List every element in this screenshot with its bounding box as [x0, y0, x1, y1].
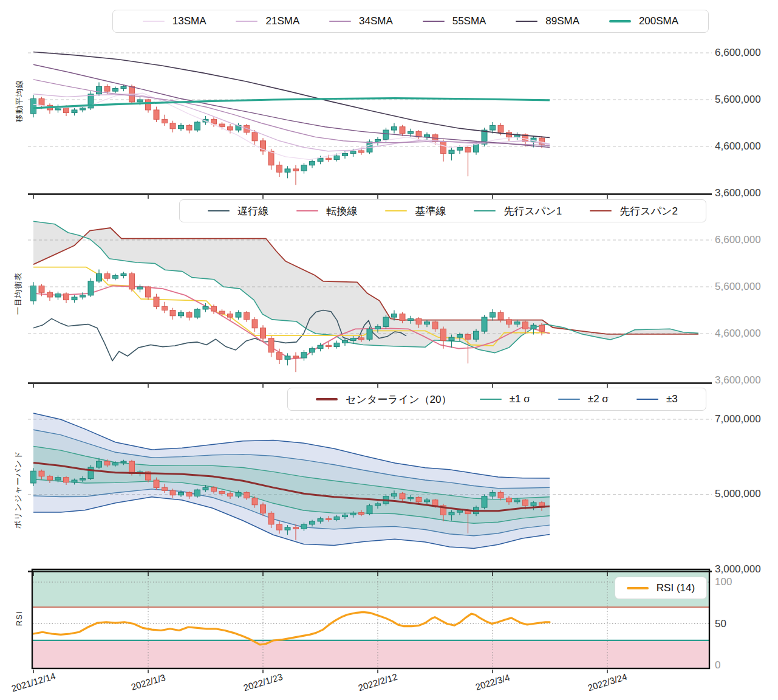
panel-rsi-axis-title: RSI — [15, 611, 24, 626]
y-tick-label: 100 — [715, 575, 732, 589]
legend-swatch-line — [143, 21, 165, 22]
legend-item-label: ±1 σ — [510, 393, 530, 405]
legend-swatch-line — [627, 587, 649, 589]
y-tick-label: 3,600,000 — [715, 374, 761, 387]
legend-item--2-[interactable]: ±2 σ — [558, 393, 609, 405]
legend-item-label: 55SMA — [452, 15, 486, 27]
sma-lines — [33, 52, 550, 160]
legend-item--1[interactable]: 先行スパン1 — [474, 204, 562, 218]
legend-item--2[interactable]: 先行スパン2 — [590, 204, 678, 218]
legend-rsi: RSI (14) — [615, 577, 707, 599]
y-tick-label: 3,600,000 — [715, 187, 761, 200]
legend-item-label: 200SMA — [639, 15, 678, 27]
legend-swatch-line — [558, 399, 580, 400]
legend-swatch-line — [385, 210, 407, 211]
legend-swatch-line — [423, 21, 445, 22]
legend-item-label: 34SMA — [359, 15, 393, 27]
legend-item-label: RSI (14) — [657, 582, 695, 594]
y-tick-label: 7,000,000 — [715, 413, 761, 426]
legend-item-label: 89SMA — [545, 15, 579, 27]
legend-item-55sma[interactable]: 55SMA — [423, 15, 486, 27]
legend-item--[interactable]: 転換線 — [296, 204, 357, 218]
legend-item-21sma[interactable]: 21SMA — [236, 15, 299, 27]
legend-swatch-line — [329, 21, 351, 22]
legend-ichimoku: 遅行線転換線基準線先行スパン1先行スパン2 — [179, 199, 706, 222]
legend-swatch-line — [316, 398, 338, 400]
legend-item-13sma[interactable]: 13SMA — [143, 15, 206, 27]
legend-item-89sma[interactable]: 89SMA — [516, 15, 579, 27]
legend-item--3[interactable]: ±3 — [636, 393, 678, 405]
y-tick-label: 50 — [715, 617, 726, 631]
legend-item-label: ±2 σ — [588, 393, 609, 405]
legend-item-34sma[interactable]: 34SMA — [329, 15, 393, 27]
legend-swatch-line — [590, 210, 612, 211]
legend-item--[interactable]: 基準線 — [385, 204, 446, 218]
legend-swatch-line — [609, 20, 631, 22]
legend-item-label: 転換線 — [326, 204, 357, 218]
legend-swatch-line — [636, 399, 658, 400]
legend-swatch-line — [474, 210, 496, 211]
legend-swatch-line — [480, 399, 502, 400]
axis-panel-0 — [28, 194, 712, 199]
panel-sma-axis-title: 移動平均線 — [14, 80, 25, 122]
legend-swatch-line — [516, 21, 537, 22]
y-tick-label: 5,000,000 — [715, 487, 761, 501]
legend-item--[interactable]: 遅行線 — [208, 204, 268, 218]
legend-swatch-line — [236, 21, 258, 22]
y-tick-label: 3,000,000 — [715, 563, 761, 576]
legend-bollinger: センターライン（20）±1 σ±2 σ±3 — [287, 388, 706, 411]
legend-item-label: 先行スパン2 — [619, 204, 678, 218]
axis-panel-3 — [33, 670, 607, 673]
legend-item-rsi-14-[interactable]: RSI (14) — [627, 582, 695, 594]
legend-sma: 13SMA21SMA34SMA55SMA89SMA200SMA — [112, 10, 709, 33]
legend-item-label: 21SMA — [265, 15, 299, 27]
legend-item-200sma[interactable]: 200SMA — [609, 15, 678, 27]
rsi-panel — [32, 569, 709, 668]
candlestick-series-sma — [31, 83, 545, 185]
legend-item-label: 13SMA — [172, 15, 206, 27]
legend-swatch-line — [208, 210, 230, 211]
legend-item-label: ±3 — [666, 393, 678, 405]
y-tick-label: 4,600,000 — [715, 140, 761, 153]
y-tick-label: 5,600,000 — [715, 280, 761, 293]
rsi-line — [33, 612, 550, 645]
y-tick-label: 4,600,000 — [715, 327, 761, 340]
legend-item-label: 遅行線 — [237, 204, 268, 218]
legend-item--1-[interactable]: ±1 σ — [480, 393, 530, 405]
chart-stage: 移動平均線 一目均衡表 ボリンジャーバンド RSI 13SMA21SMA34SM… — [0, 0, 778, 700]
legend-swatch-line — [296, 210, 318, 211]
legend-item--20-[interactable]: センターライン（20） — [316, 393, 451, 407]
panel-bollinger-axis-title: ボリンジャーバンド — [13, 451, 24, 529]
y-tick-label: 6,600,000 — [715, 46, 761, 60]
panel-ichimoku-axis-title: 一目均衡表 — [13, 272, 24, 315]
axis-panel-1 — [28, 383, 712, 388]
legend-item-label: センターライン（20） — [346, 393, 451, 407]
y-tick-label: 5,600,000 — [715, 93, 761, 106]
y-tick-label: 0 — [715, 659, 720, 672]
legend-item-label: 基準線 — [415, 204, 446, 218]
legend-item-label: 先行スパン1 — [503, 204, 562, 218]
y-tick-label: 6,600,000 — [715, 233, 761, 247]
